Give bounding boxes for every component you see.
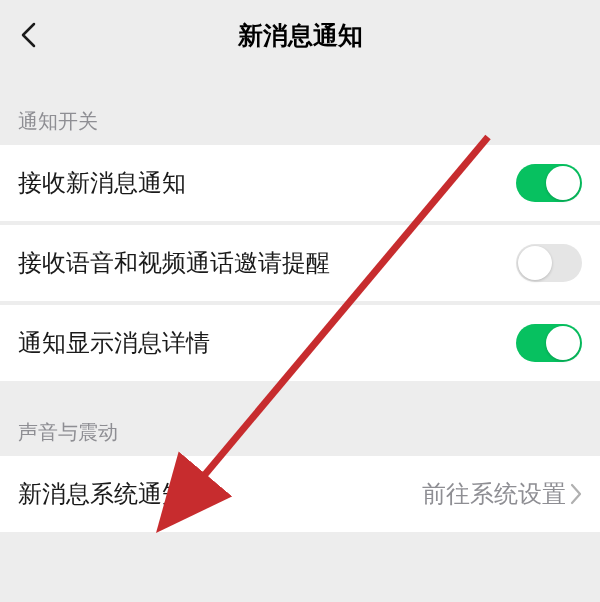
section-label-sound-vibration: 声音与震动 [0, 381, 600, 456]
row-value-text: 前往系统设置 [422, 478, 566, 510]
row-label: 接收新消息通知 [18, 167, 186, 199]
page-title: 新消息通知 [0, 19, 600, 52]
toggle-show-message-details[interactable] [516, 324, 582, 362]
row-label: 通知显示消息详情 [18, 327, 210, 359]
back-button[interactable] [14, 21, 42, 49]
toggle-knob [518, 246, 552, 280]
row-show-message-details: 通知显示消息详情 [0, 305, 600, 381]
toggle-knob [546, 326, 580, 360]
row-voice-video-invitation: 接收语音和视频通话邀请提醒 [0, 225, 600, 301]
row-label: 新消息系统通知 [18, 478, 186, 510]
toggle-knob [546, 166, 580, 200]
row-value: 前往系统设置 [422, 478, 582, 510]
chevron-left-icon [20, 22, 36, 48]
row-receive-new-message: 接收新消息通知 [0, 145, 600, 221]
chevron-right-icon [570, 483, 582, 505]
row-system-notification[interactable]: 新消息系统通知 前往系统设置 [0, 456, 600, 532]
toggle-receive-new-message[interactable] [516, 164, 582, 202]
toggle-voice-video-invitation[interactable] [516, 244, 582, 282]
section-label-notification-switches: 通知开关 [0, 70, 600, 145]
row-label: 接收语音和视频通话邀请提醒 [18, 247, 330, 279]
